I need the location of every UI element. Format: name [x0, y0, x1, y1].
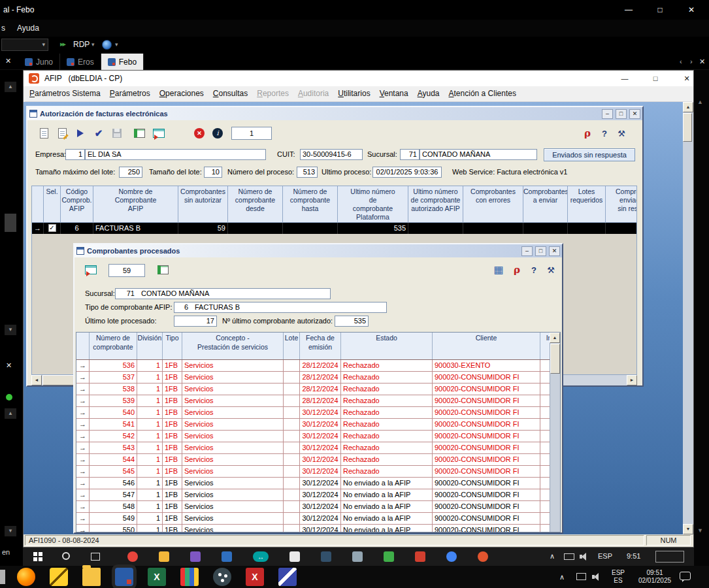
comprobante-row[interactable]: →55011FBServicios30/12/2024No enviado a …	[76, 525, 551, 532]
comprobante-row[interactable]: →54811FBServicios30/12/2024No enviado a …	[76, 501, 551, 513]
comprobante-row[interactable]: →54611FBServicios30/12/2024No enviado a …	[76, 478, 551, 489]
app-blue-icon[interactable]	[222, 551, 232, 562]
host-toolbar-combo[interactable]: ▾	[1, 39, 48, 51]
mdi-scroll-down-icon[interactable]: ▼	[683, 524, 693, 534]
hscroll-left-icon[interactable]: ◄	[31, 375, 42, 385]
comprobante-row[interactable]: →53911FBServicios28/12/2024Rechazado9000…	[76, 395, 551, 407]
comprobante-row[interactable]: →54311FBServicios30/12/2024Rechazado9000…	[76, 442, 551, 454]
afip-menu-ayuda[interactable]: Ayuda	[413, 86, 444, 102]
afip-titlebar[interactable]: AFIP (dbELDIA - CP) — □ ✕	[24, 71, 693, 86]
chart-icon[interactable]	[180, 568, 199, 586]
side-scroll-down-icon[interactable]: ▼	[5, 325, 16, 335]
side-scroll-down2-icon[interactable]: ▼	[5, 526, 16, 536]
comprobante-row[interactable]: →54911FBServicios30/12/2024No enviado a …	[76, 513, 551, 525]
vscroll-thumb[interactable]	[550, 344, 560, 374]
empresa-name-field[interactable]: EL DIA SA	[85, 149, 266, 160]
host-scroll-up-icon[interactable]: ▲	[697, 99, 703, 105]
comprobantes-close-icon[interactable]: ✕	[549, 246, 560, 256]
resize-icon[interactable]	[253, 551, 269, 562]
host-close-button[interactable]: ✕	[680, 2, 703, 18]
info-button[interactable]: i	[209, 125, 226, 142]
tray-chevron-icon[interactable]: ∧	[559, 573, 565, 581]
tam-lote-field[interactable]: 10	[204, 167, 222, 178]
side-scroll-up2-icon[interactable]: ▲	[5, 408, 16, 419]
grid-view-button[interactable]: ▦	[491, 261, 506, 278]
run-button[interactable]	[72, 125, 89, 142]
host-menu-ayuda[interactable]: Ayuda	[17, 24, 39, 33]
afip-menu-consultas[interactable]: Consultas	[208, 86, 252, 102]
sucursal-field[interactable]: 71CONTADO MAÑANA	[115, 288, 331, 299]
records-counter-field[interactable]: 59	[108, 264, 145, 277]
folder-icon[interactable]	[82, 568, 101, 586]
afip-menu-operaciones[interactable]: Operaciones	[155, 86, 208, 102]
tab-juno[interactable]: Juno	[18, 54, 60, 70]
sucursal-name-field[interactable]: CONTADO MAÑANA	[420, 149, 537, 160]
tab-eros[interactable]: Eros	[60, 54, 101, 70]
cuit-field[interactable]: 30-50009415-6	[300, 149, 363, 160]
edit-record-button[interactable]	[54, 125, 71, 142]
tray-chevron-icon[interactable]: ∧	[550, 552, 555, 561]
ledger-button[interactable]	[154, 261, 171, 278]
chrome-icon[interactable]	[446, 551, 457, 562]
afip-menu-auditoria[interactable]: Auditoria	[293, 86, 333, 102]
new-record-button[interactable]	[35, 125, 52, 142]
comprobante-row[interactable]: →54411FBServicios30/12/2024Rechazado9000…	[76, 454, 551, 466]
afip-menu-atenci-n-a-clientes[interactable]: Atención a Clientes	[444, 86, 521, 102]
document-icon[interactable]	[289, 551, 300, 562]
empresa-num-field[interactable]: 1	[65, 149, 85, 160]
host-titlebar[interactable]: al - Febo — □ ✕	[0, 0, 709, 20]
autorizacion-minimize-icon[interactable]: –	[602, 109, 613, 119]
app-dark-icon[interactable]	[321, 551, 331, 562]
preview-button[interactable]: ρ	[580, 125, 595, 142]
browser-icon[interactable]	[127, 551, 138, 562]
afip-menu-par-metros-sistema[interactable]: Parámetros Sistema	[25, 86, 105, 102]
save-button[interactable]	[108, 125, 125, 142]
start-button[interactable]	[33, 552, 42, 561]
tools-button[interactable]: ⚒	[614, 125, 629, 142]
comprobante-row[interactable]: →54011FBServicios30/12/2024Rechazado9000…	[76, 407, 551, 419]
afip-close-button[interactable]: ✕	[677, 71, 697, 86]
afip-menu-utilitarios[interactable]: Utilitarios	[333, 86, 374, 102]
tam-max-field[interactable]: 250	[119, 167, 142, 178]
tab-scroll-right-icon[interactable]: ›	[690, 57, 693, 65]
notifications-icon[interactable]	[680, 572, 691, 580]
comprobantes-vscrollbar[interactable]: ▲	[550, 333, 560, 532]
host-scroll-down-icon[interactable]: ▼	[697, 527, 703, 534]
autorizacion-grid-selected-row[interactable]: →✓6FACTURAS B59535	[32, 223, 636, 234]
app-purple-icon[interactable]	[190, 551, 201, 562]
comprobante-row[interactable]: →53811FBServicios28/12/2024Rechazado9000…	[76, 384, 551, 395]
notes-icon[interactable]	[384, 551, 394, 562]
show-desktop-button[interactable]	[655, 551, 684, 563]
app-red-icon[interactable]	[415, 551, 425, 562]
comprobante-row[interactable]: →54711FBServicios30/12/2024No enviado a …	[76, 489, 551, 501]
mdi-scroll-thumb[interactable]	[683, 113, 692, 142]
afip-maximize-button[interactable]: □	[646, 71, 665, 86]
speaker-icon[interactable]	[580, 553, 589, 561]
design-tool-icon[interactable]	[50, 568, 68, 586]
rdp-button[interactable]: RDP	[73, 40, 90, 49]
tab-close-icon[interactable]: ✕	[5, 57, 11, 65]
keyboard-icon[interactable]	[564, 553, 574, 560]
pen-icon[interactable]	[278, 568, 297, 586]
confirm-button[interactable]: ✔	[90, 125, 107, 142]
side-scroll-thumb[interactable]	[5, 214, 16, 232]
lote-field[interactable]: 17	[174, 316, 217, 327]
autorizacion-maximize-icon[interactable]: □	[616, 109, 627, 119]
autorizacion-close-icon[interactable]: ✕	[629, 109, 640, 119]
spreadsheet-icon[interactable]	[246, 568, 264, 586]
mdi-scroll-up-icon[interactable]: ▲	[683, 102, 693, 112]
network-icon[interactable]	[576, 573, 586, 580]
remote-clock[interactable]: 9:51	[627, 552, 640, 560]
task-view-icon[interactable]	[91, 553, 100, 561]
export-grid-button[interactable]	[150, 125, 167, 142]
comprobante-row[interactable]: →53611FBServicios28/12/2024Rechazado9000…	[76, 360, 551, 372]
tools-button[interactable]: ⚒	[544, 261, 558, 278]
enviados-sin-respuesta-button[interactable]: Enviados sin respuesta	[544, 148, 635, 161]
row-checkbox[interactable]: ✓	[48, 224, 56, 232]
vscroll-up-icon[interactable]: ▲	[550, 333, 560, 343]
export-grid-button[interactable]	[82, 261, 99, 278]
rdp-dropdown-icon[interactable]: ▾	[91, 41, 95, 48]
help-button[interactable]: ?	[527, 261, 541, 278]
comprobantes-minimize-icon[interactable]: –	[521, 246, 533, 256]
app-gray-icon[interactable]	[352, 551, 363, 562]
